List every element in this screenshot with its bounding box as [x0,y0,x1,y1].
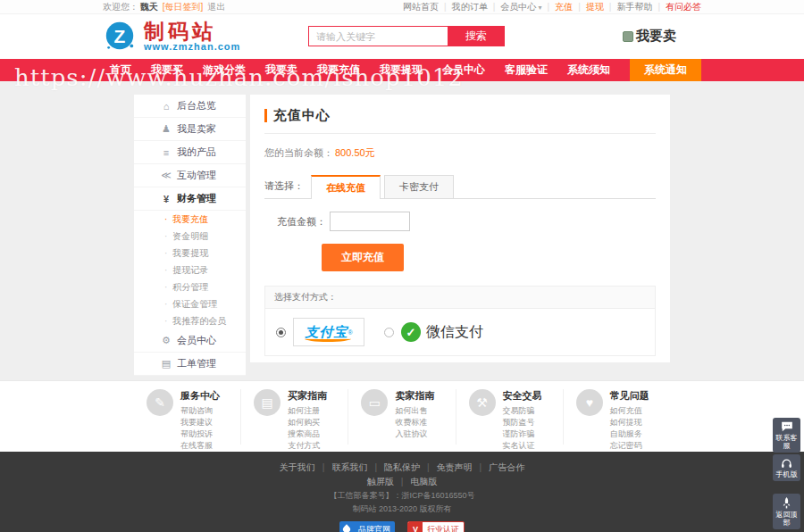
divider: | [493,2,496,12]
float-chat[interactable]: 联系客服 [773,418,800,453]
sidebar-item-label: 后台总览 [177,99,216,112]
logout-link[interactable]: 退出 [207,2,225,12]
footer-link[interactable]: 如何充值 [610,405,649,417]
device-link[interactable]: 电脑版 [410,477,437,486]
username: 魏天 [140,2,158,12]
footer-link[interactable]: 如何提现 [610,417,649,428]
nav-item-6[interactable]: 会员中心 [442,62,485,78]
topbar-link[interactable]: 有问必答 [666,2,701,12]
main-nav-items: 首页我要买游戏分类我要卖我要充值我要提现会员中心客服验证系统须知 [103,62,630,78]
footer-link[interactable]: 如何购买 [288,417,327,428]
footer-link[interactable]: 支付方式 [288,440,327,452]
sidebar-subitem-label: 我要充值 [172,213,208,226]
doc-icon: ▤ [159,358,173,370]
page-title: 充值中心 [273,107,331,124]
tab-online-recharge[interactable]: 在线充值 [311,175,381,199]
printer-icon: ▤ [254,389,281,416]
footer-link[interactable]: 在线客服 [180,440,220,452]
sidebar-item[interactable]: ≪互动管理 [134,164,246,187]
nav-item-4[interactable]: 我要充值 [317,62,360,78]
wechat-option[interactable]: ✓ 微信支付 [401,322,483,342]
device-link[interactable]: 触屏版 [367,477,394,486]
sidebar-item[interactable]: ¥财务管理 [134,187,246,211]
welcome-area: 欢迎您：魏天 [每日签到] 退出 [103,1,227,13]
recharge-panel: 充值中心 您的当前余额：800.50元 请选择： 在线充值卡密支付 充值金额： … [250,95,670,362]
sidebar-item[interactable]: ⚙会员中心 [134,329,246,353]
sidebar-subitem[interactable]: ·积分管理 [134,278,246,295]
topbar-link[interactable]: 新手帮助 [616,2,652,12]
footer-link[interactable]: 实名认证 [503,440,542,452]
sidebar-subitem[interactable]: ·我要提现 [134,245,246,262]
footer-links: 关于我们|联系我们|隐私保护|免责声明|广告合作 [0,461,804,475]
amount-input[interactable] [330,212,410,231]
cert-badge[interactable]: V行业认证 [407,521,465,532]
footer-link[interactable]: 如何注册 [288,405,327,417]
sidebar-item[interactable]: ▤工单管理 [134,353,246,376]
footer-bottom-link[interactable]: 关于我们 [280,462,315,472]
icp-number: 【工信部备案号】：浙ICP备16016550号 [0,489,804,503]
footer-link[interactable]: 如何出售 [395,405,434,417]
sell-link[interactable]: 我要卖 [623,28,676,45]
footer-link[interactable]: 搜索商品 [288,428,327,440]
topbar-link[interactable]: 充值 [555,2,573,12]
sidebar-subitem[interactable]: ·资金明细 [134,228,246,245]
nav-item-8[interactable]: 系统须知 [567,62,610,78]
nav-item-1[interactable]: 我要买 [151,62,183,78]
search-button[interactable]: 搜索 [448,26,505,46]
footer-bottom-link[interactable]: 隐私保护 [384,462,420,472]
topbar-link[interactable]: 提现 [586,2,604,12]
footer-link[interactable]: 谨防诈骗 [503,428,542,440]
daily-checkin-link[interactable]: [每日签到] [163,2,204,12]
footer-link[interactable]: 帮助咨询 [180,405,220,417]
footer-bottom-link[interactable]: 免责声明 [437,462,473,472]
recharge-submit-button[interactable]: 立即充值 [322,244,404,271]
tab-card-pay[interactable]: 卡密支付 [384,175,454,198]
amount-label: 充值金额： [277,215,326,229]
wechat-radio[interactable] [384,328,394,337]
footer-column: ♥常见问题如何充值如何提现自助服务忘记密码 [563,389,670,445]
footer-column-title: 常见问题 [610,389,649,403]
float-rocket[interactable]: 返回顶部 [773,494,800,529]
system-notice-button[interactable]: 系统通知 [630,59,701,81]
nav-item-5[interactable]: 我要提现 [380,62,423,78]
sidebar-subitem[interactable]: ·保证金管理 [134,295,246,312]
search-input[interactable] [308,26,448,46]
topbar-link[interactable]: 会员中心 ▾ [500,2,541,12]
footer-column: ⚒安全交易交易防骗预防盗号谨防诈骗实名认证 [456,389,563,445]
footer-column-body: 安全交易交易防骗预防盗号谨防诈骗实名认证 [503,389,542,445]
footer-link[interactable]: 收费标准 [395,417,434,428]
sidebar-item[interactable]: ♟我是卖家 [134,118,246,141]
sidebar-subitem[interactable]: ·我推荐的会员 [134,312,246,329]
alipay-option[interactable]: 支付宝® [293,318,364,346]
topbar-link[interactable]: 网站首页 [403,2,439,12]
topbar-links: 网站首页|我的订单|会员中心 ▾|充值|提现|新手帮助|有问必答 [403,1,701,13]
logo-z-icon: Z [103,20,137,54]
float-headset[interactable]: 手机版 [773,454,800,481]
footer-link[interactable]: 预防盗号 [503,417,542,428]
footer-link[interactable]: 交易防骗 [503,405,542,417]
sidebar-item[interactable]: ⌂后台总览 [134,95,246,118]
footer-link[interactable]: 入驻协议 [395,428,434,440]
nav-item-2[interactable]: 游戏分类 [203,62,246,78]
float-item-label: 返回顶部 [773,511,800,527]
nav-item-3[interactable]: 我要卖 [265,62,297,78]
footer-link[interactable]: 我要建议 [180,417,220,428]
footer-bottom-link[interactable]: 联系我们 [331,462,367,472]
cert-badge[interactable]: 品牌官网 [339,521,395,532]
nav-item-0[interactable]: 首页 [110,62,131,78]
footer-link[interactable]: 忘记密码 [610,440,649,452]
footer-link[interactable]: 自助服务 [610,428,649,440]
topbar-link[interactable]: 我的订单 [452,2,488,12]
footer-link[interactable]: 帮助投诉 [180,428,220,440]
footer-device-links: 触屏版|电脑版 [0,475,804,489]
nav-item-7[interactable]: 客服验证 [505,62,548,78]
site-logo[interactable]: Z 制码站 www.zmzhan.com [103,20,240,54]
sidebar-item-label: 我的产品 [177,145,216,159]
sidebar-subitem[interactable]: ·我要充值 [134,211,246,228]
footer-column-body: 服务中心帮助咨询我要建议帮助投诉在线客服 [180,389,220,445]
chevron-down-icon: ▾ [536,4,541,12]
alipay-radio[interactable] [276,328,286,337]
sidebar-subitem[interactable]: ·提现记录 [134,262,246,278]
footer-bottom-link[interactable]: 广告合作 [489,462,524,472]
sidebar-item[interactable]: ≡我的产品 [134,141,246,164]
